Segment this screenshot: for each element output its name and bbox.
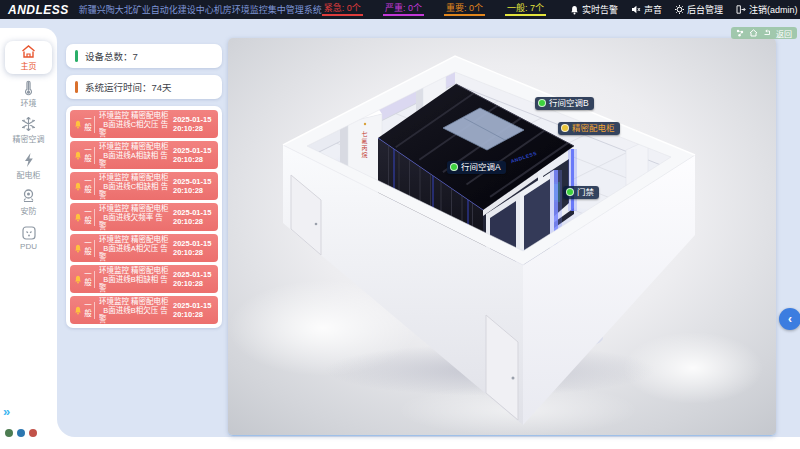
marker-access-control[interactable]: 门禁 (563, 186, 599, 199)
home-icon (20, 44, 37, 60)
scene-toolbar[interactable]: 返回 (731, 27, 797, 39)
marker-row-ac-a[interactable]: 行间空调A (447, 161, 506, 174)
status-dot-icon (538, 99, 546, 107)
alarm-list-item[interactable]: 一般 环境监控 精密配电柜_B面进线C相欠压 告警 2025-01-15 20:… (70, 110, 218, 138)
sidebar-nav: 主页 环境 精密空调 配电柜 安防 PDU (0, 28, 57, 449)
status-dot-icon (450, 163, 458, 171)
home-view-icon (749, 29, 758, 37)
alarm-message: 环境监控 精密配电柜_B面进线C相缺相 告警 (99, 173, 170, 200)
device-count-value: 7 (133, 51, 138, 62)
sidebar-item-power-cabinet[interactable]: 配电柜 (5, 149, 52, 182)
uptime-label: 系统运行时间： (85, 80, 152, 94)
overview-panel: 设备总数： 7 系统运行时间： 74天 一般 环境监控 精密配电柜_B面进线C相… (66, 44, 222, 328)
alarm-message: 环境监控 精密配电柜_B面进线C相欠压 告警 (99, 111, 170, 138)
status-dot-icon (561, 124, 569, 132)
alarm-list-item[interactable]: 一般 环境监控 精密配电柜_B面进线B相欠压 告警 2025-01-15 20:… (70, 296, 218, 324)
logout-button[interactable]: 注销(admin) (736, 3, 798, 16)
marker-row-ac-b[interactable]: 行间空调B (535, 97, 594, 110)
return-label: 返回 (776, 28, 792, 39)
navbar-actions: 实时告警 声音 后台管理 注销(admin) (570, 3, 798, 16)
gear-icon (675, 5, 684, 14)
realtime-alarm-button[interactable]: 实时告警 (570, 3, 618, 16)
alarm-level-badge: 一般 (84, 178, 95, 195)
system-title: 新疆兴陶大北矿业自动化建设中心机房环境监控集中管理系统 (79, 3, 322, 16)
alarm-list-item[interactable]: 一般 环境监控 精密配电柜_B面进线C相缺相 告警 2025-01-15 20:… (70, 172, 218, 200)
snowflake-icon (20, 116, 37, 133)
alarm-list-item[interactable]: 一般 环境监控 精密配电柜_B面进线A相缺相 告警 2025-01-15 20:… (70, 141, 218, 169)
sidebar-item-pdu[interactable]: PDU (5, 221, 52, 254)
alarm-timestamp: 2025-01-15 20:10:28 (173, 115, 215, 133)
alarm-timestamp: 2025-01-15 20:10:28 (173, 208, 215, 226)
alarm-message: 环境监控 精密配电柜_B面进线A相欠压 告警 (99, 235, 170, 262)
thermometer-icon (20, 80, 37, 97)
sidebar-item-home[interactable]: 主页 (5, 41, 52, 74)
sidebar-item-security[interactable]: 安防 (5, 185, 52, 218)
room-3d-view[interactable]: 七氟丙烷 ANDLESS 行间空调B 精密配电柜 行间空调A 门禁 (228, 38, 776, 436)
alarm-bell-icon (74, 239, 82, 257)
uptime-card: 系统运行时间： 74天 (66, 75, 222, 99)
alarm-list-item[interactable]: 一般 环境监控 精密配电柜_B面进线A相欠压 告警 2025-01-15 20:… (70, 234, 218, 262)
alarm-timestamp: 2025-01-15 20:10:28 (173, 301, 215, 319)
sidebar-item-precision-ac[interactable]: 精密空调 (5, 113, 52, 146)
alarm-message: 环境监控 精密配电柜_B面进线B相欠压 告警 (99, 297, 170, 324)
alarm-timestamp: 2025-01-15 20:10:28 (173, 177, 215, 195)
alarm-level-important[interactable]: 重要: 0个 (444, 3, 485, 16)
alarm-level-filters: 紧急: 0个 严重: 0个 重要: 0个 一般: 7个 (322, 3, 546, 16)
return-icon (763, 29, 771, 37)
uptime-value: 74天 (152, 80, 172, 94)
alarm-level-badge: 一般 (84, 209, 95, 226)
alarm-timestamp: 2025-01-15 20:10:28 (173, 146, 215, 164)
alarm-list: 一般 环境监控 精密配电柜_B面进线C相欠压 告警 2025-01-15 20:… (66, 106, 222, 328)
socket-icon (21, 225, 37, 242)
alarm-bell-icon (74, 115, 82, 133)
alarm-timestamp: 2025-01-15 20:10:28 (173, 239, 215, 257)
alarm-level-urgent[interactable]: 紧急: 0个 (322, 3, 363, 16)
device-count-label: 设备总数： (85, 49, 133, 63)
alarm-level-badge: 一般 (84, 302, 95, 319)
alarm-bell-icon (74, 208, 82, 226)
stat-accent-bar (75, 50, 78, 62)
alarm-bell-icon (74, 301, 82, 319)
alarm-level-badge: 一般 (84, 147, 95, 164)
alarm-list-item[interactable]: 一般 环境监控 精密配电柜_B面进线B相缺相 告警 2025-01-15 20:… (70, 265, 218, 293)
alarm-bell-icon (74, 146, 82, 164)
alarm-list-item[interactable]: 一般 环境监控 精密配电柜_B面进线欠频率 告警 2025-01-15 20:1… (70, 203, 218, 231)
stat-accent-bar (75, 81, 78, 93)
blue-dot-icon (17, 429, 25, 437)
admin-console-button[interactable]: 后台管理 (675, 3, 723, 16)
brand-logo: ANDLESS (8, 3, 69, 17)
alarm-bell-icon (74, 270, 82, 288)
alarm-message: 环境监控 精密配电柜_B面进线A相缺相 告警 (99, 142, 170, 169)
marker-precision-power-cabinet[interactable]: 精密配电柜 (558, 122, 620, 135)
alarm-timestamp: 2025-01-15 20:10:28 (173, 270, 215, 288)
speaker-icon (631, 5, 641, 14)
alarm-level-badge: 一般 (84, 116, 95, 133)
status-dot-icon (566, 188, 574, 196)
app-window: ANDLESS 新疆兴陶大北矿业自动化建设中心机房环境监控集中管理系统 紧急: … (0, 0, 800, 449)
lightning-icon (22, 152, 36, 169)
alarm-message: 环境监控 精密配电柜_B面进线B相缺相 告警 (99, 266, 170, 293)
expand-chevrons-icon[interactable]: » (3, 405, 8, 418)
bell-icon (570, 5, 579, 15)
sidebar-item-environment[interactable]: 环境 (5, 77, 52, 110)
footer-status-dots (5, 429, 37, 437)
fire-cabinet-label: 七氟丙烷 (361, 131, 367, 159)
device-count-card: 设备总数： 7 (66, 44, 222, 68)
top-navbar: ANDLESS 新疆兴陶大北矿业自动化建设中心机房环境监控集中管理系统 紧急: … (0, 0, 800, 19)
green-dot-icon (5, 429, 13, 437)
cube-icon (736, 29, 744, 37)
sound-toggle-button[interactable]: 声音 (631, 3, 662, 16)
collapse-panel-button[interactable]: ‹ (779, 308, 800, 330)
camera-icon (20, 188, 37, 205)
alarm-level-badge: 一般 (84, 271, 95, 288)
red-dot-icon (29, 429, 37, 437)
alarm-level-badge: 一般 (84, 240, 95, 257)
room-3d-canvas (228, 38, 776, 436)
alarm-bell-icon (74, 177, 82, 195)
alarm-message: 环境监控 精密配电柜_B面进线欠频率 告警 (99, 204, 170, 231)
alarm-level-general[interactable]: 一般: 7个 (505, 3, 546, 16)
logout-icon (736, 5, 746, 14)
alarm-level-severe[interactable]: 严重: 0个 (383, 3, 424, 16)
